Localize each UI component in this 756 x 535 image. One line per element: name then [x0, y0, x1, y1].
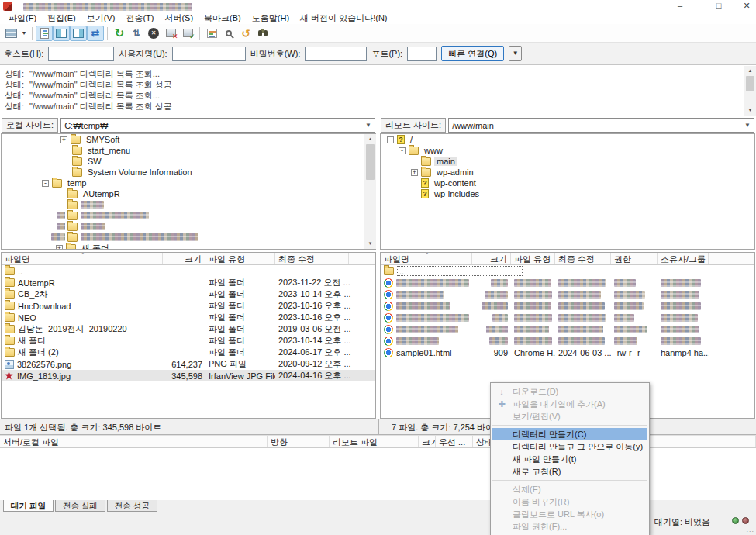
site-manager-dropdown[interactable]: ▾ [19, 26, 29, 41]
menu-item-add-to-queue[interactable]: ✚파일을 대기열에 추가(A) [491, 398, 649, 410]
column-header-owner[interactable]: 소유자/그룹 [658, 253, 709, 264]
file-row[interactable]: .. [2, 265, 375, 277]
file-row-redacted[interactable] [381, 312, 754, 323]
tree-item[interactable]: System Volume Information [2, 167, 375, 178]
menu-item-file-permissions[interactable]: 파일 권한(F)... [491, 520, 649, 533]
local-tree-scrollbar[interactable]: ▲ ▼ [364, 134, 376, 249]
tree-item[interactable]: main [381, 156, 754, 167]
maximize-button[interactable]: □ [707, 0, 730, 12]
cancel-button[interactable] [145, 26, 162, 41]
file-row[interactable]: 새 폴더 (2) 파일 폴더 2024-06-17 오후 ... [2, 347, 375, 358]
scroll-down-arrow[interactable]: ▼ [744, 105, 756, 116]
file-row-redacted[interactable] [381, 277, 754, 288]
scroll-up-arrow[interactable]: ▲ [364, 134, 376, 144]
tree-item[interactable]: SW [2, 156, 375, 167]
menu-edit[interactable]: 편집(E) [42, 12, 81, 24]
menu-file[interactable]: 파일(F) [3, 12, 42, 24]
quickconnect-dropdown[interactable]: ▼ [509, 46, 522, 61]
menu-item-create-directory[interactable]: 디렉터리 만들기(C) [492, 428, 647, 440]
file-row[interactable]: CB_2차 파일 폴더 2023-10-14 오후 ... [2, 288, 375, 300]
column-header-permissions[interactable]: 권한 [611, 253, 658, 264]
process-queue-button[interactable] [128, 26, 145, 41]
collapse-icon[interactable]: - [399, 147, 406, 154]
column-header-name[interactable]: 파일명ˆ [381, 253, 472, 264]
tree-item[interactable]: +wp-admin [381, 167, 754, 178]
port-input[interactable] [407, 47, 437, 61]
tree-item[interactable]: AUtempR [2, 188, 375, 199]
menu-server[interactable]: 서버(S) [159, 12, 198, 24]
file-row-redacted[interactable] [381, 335, 754, 347]
file-row[interactable]: sample01.html 909 Chrome H... 2024-06-03… [381, 347, 754, 358]
menu-new-version[interactable]: 새 버전이 있습니다!(N) [295, 12, 392, 24]
menu-bookmarks[interactable]: 북마크(B) [198, 12, 247, 24]
menu-item-refresh[interactable]: 새로 고침(R) [491, 465, 649, 478]
resize-grip[interactable]: ... [746, 526, 754, 533]
column-header-type[interactable]: 파일 유형 [511, 253, 555, 264]
directory-comparison-button[interactable] [220, 26, 237, 41]
minimize-button[interactable]: – [668, 0, 692, 12]
file-row[interactable]: 김남돈_2019전시_20190220 파일 폴더 2019-03-06 오전 … [2, 323, 375, 335]
tree-item[interactable]: wp-includes [381, 188, 754, 199]
tree-item[interactable]: -/ [381, 134, 754, 145]
tree-item[interactable]: -www [381, 145, 754, 156]
menu-transfer[interactable]: 전송(T) [120, 12, 159, 24]
remote-site-combo[interactable]: /www/main ▼ [448, 118, 754, 133]
message-log-scrollbar[interactable]: ▲ ▼ [744, 66, 756, 116]
menu-item-create-new-file[interactable]: 새 파일 만들기(t) [491, 453, 649, 465]
column-header-direction[interactable]: 방향 [268, 436, 330, 447]
password-input[interactable] [305, 47, 367, 61]
menu-item-copy-url[interactable]: 클립보드로 URL 복사(o) [491, 508, 649, 520]
filter-button[interactable] [203, 26, 220, 41]
menu-item-rename[interactable]: 이름 바꾸기(R) [491, 495, 649, 508]
tab-failed-transfers[interactable]: 전송 실패 [55, 500, 105, 512]
quickconnect-button[interactable]: 빠른 연결(Q) [441, 46, 504, 61]
file-row-selected[interactable]: IMG_1819.jpg 345,598 IrfanView JPG File … [2, 370, 375, 381]
menu-item-download[interactable]: ↓다운로드(D) [491, 385, 649, 398]
tree-item[interactable]: +SMYSoft [2, 134, 375, 145]
tab-successful-transfers[interactable]: 전송 성공 [107, 500, 157, 512]
toggle-remote-tree-button[interactable] [70, 26, 87, 41]
close-button[interactable]: ✕ [735, 0, 756, 12]
local-site-combo[interactable]: C:₩temp₩ ▼ [60, 118, 375, 133]
expand-icon[interactable]: + [56, 245, 63, 250]
expand-icon[interactable]: + [411, 169, 418, 176]
tree-item-redacted[interactable] [2, 221, 375, 232]
reconnect-button[interactable] [179, 26, 196, 41]
tree-item[interactable]: start_menu [2, 145, 375, 156]
scrollbar-thumb[interactable] [746, 76, 754, 91]
column-header-name[interactable]: 파일명ˆ [2, 253, 163, 264]
chevron-down-icon[interactable]: ▼ [744, 122, 751, 129]
disconnect-button[interactable] [162, 26, 179, 41]
column-header-priority[interactable]: 우선 ... [436, 436, 473, 447]
collapse-icon[interactable]: - [42, 180, 49, 187]
username-input[interactable] [172, 47, 246, 61]
tree-item[interactable]: -temp [2, 178, 375, 188]
chevron-down-icon[interactable]: ▼ [365, 122, 371, 129]
toggle-local-tree-button[interactable] [53, 26, 70, 41]
file-row-redacted[interactable] [381, 323, 754, 335]
menu-view[interactable]: 보기(V) [81, 12, 121, 24]
tree-item-redacted[interactable] [2, 210, 375, 221]
scroll-down-arrow[interactable]: ▼ [364, 239, 376, 249]
menu-help[interactable]: 도움말(H) [247, 12, 295, 24]
host-input[interactable] [48, 47, 114, 61]
file-row[interactable]: 38262576.png 614,237 PNG 파일 2020-09-12 오… [2, 358, 375, 370]
column-header-server-local[interactable]: 서버/로컬 파일 [0, 436, 268, 447]
column-header-modified[interactable]: 최종 수정 [555, 253, 611, 264]
file-row[interactable]: 새 폴더 파일 폴더 2023-10-14 오후 ... [2, 335, 375, 347]
file-row-redacted[interactable] [381, 288, 754, 300]
toggle-message-log-button[interactable] [36, 26, 53, 41]
tree-item[interactable]: +새 폴더 [2, 243, 375, 250]
menu-item-delete[interactable]: 삭제(E) [491, 483, 649, 495]
tab-queued-files[interactable]: 대기 파일 [3, 500, 54, 512]
file-row[interactable]: AUtempR 파일 폴더 2023-11-22 오전 ... [2, 277, 375, 288]
column-header-size[interactable]: 크기 [163, 253, 205, 264]
refresh-button[interactable] [111, 26, 128, 41]
column-header-size[interactable]: 크기 [472, 253, 511, 264]
menu-item-create-directory-and-enter[interactable]: 디렉터리 만들고 그 안으로 이동(y) [491, 440, 649, 453]
collapse-icon[interactable]: - [387, 136, 394, 143]
site-manager-button[interactable] [2, 26, 19, 41]
find-files-button[interactable] [254, 26, 271, 41]
column-header-modified[interactable]: 최종 수정 [275, 253, 349, 264]
tree-item-redacted[interactable] [2, 199, 375, 210]
